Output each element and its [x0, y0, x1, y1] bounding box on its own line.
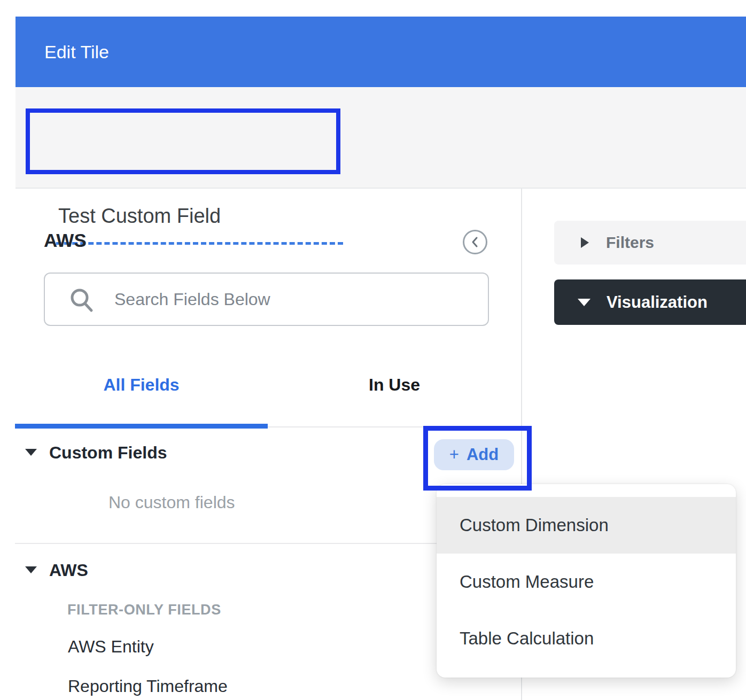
field-item-reporting-timeframe[interactable]: Reporting Timeframe	[68, 676, 228, 696]
filters-section-header[interactable]: Filters	[554, 221, 746, 265]
no-custom-fields-text: No custom fields	[108, 493, 235, 512]
annotation-box-title	[26, 108, 340, 174]
tile-title-underline	[56, 242, 343, 245]
visualization-section-header[interactable]: Visualization	[554, 279, 746, 325]
aws-section-label[interactable]: AWS	[49, 561, 88, 580]
menu-item-custom-measure[interactable]: Custom Measure	[437, 554, 736, 610]
menu-item-table-calculation[interactable]: Table Calculation	[437, 610, 736, 667]
dialog-title: Edit Tile	[44, 17, 109, 87]
visualization-label: Visualization	[607, 293, 708, 312]
filters-label: Filters	[606, 234, 654, 252]
tab-all-fields[interactable]: All Fields	[15, 375, 268, 395]
add-field-dropdown-menu: Custom Dimension Custom Measure Table Ca…	[437, 484, 736, 678]
dialog-header: Edit Tile	[15, 17, 746, 87]
field-item-aws-entity[interactable]: AWS Entity	[68, 637, 154, 657]
edit-tile-dialog: Edit Tile Test Custom Field AWS Search F…	[0, 0, 746, 700]
search-fields-input[interactable]: Search Fields Below	[44, 273, 489, 326]
caret-down-icon[interactable]	[25, 449, 37, 456]
collapse-panel-button[interactable]	[463, 230, 487, 254]
filter-only-fields-group-label: FILTER-ONLY FIELDS	[67, 602, 221, 618]
annotation-box-add-button	[423, 426, 532, 491]
search-icon	[68, 287, 96, 315]
custom-fields-section-label[interactable]: Custom Fields	[49, 443, 167, 463]
tile-title-input[interactable]: Test Custom Field	[58, 205, 221, 228]
search-placeholder: Search Fields Below	[114, 290, 270, 309]
active-tab-indicator	[15, 424, 268, 429]
model-name-heading: AWS	[44, 230, 87, 251]
tab-in-use[interactable]: In Use	[268, 375, 521, 395]
chevron-left-icon	[469, 236, 481, 248]
triangle-down-icon	[578, 299, 590, 306]
caret-down-icon[interactable]	[25, 566, 37, 573]
menu-item-custom-dimension[interactable]: Custom Dimension	[437, 497, 736, 554]
triangle-right-icon	[581, 237, 589, 248]
